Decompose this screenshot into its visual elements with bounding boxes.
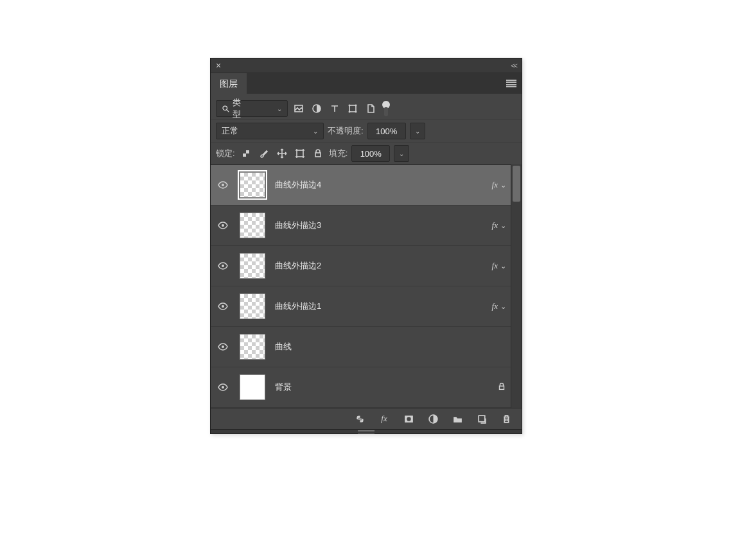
smartobject-filter-icon[interactable]	[364, 101, 378, 116]
svg-point-5	[349, 105, 351, 107]
brush-icon[interactable]	[257, 146, 271, 161]
svg-rect-28	[500, 386, 504, 389]
text-filter-icon[interactable]	[328, 101, 342, 116]
layer-row[interactable]: 曲线外描边4fx⌄	[211, 165, 522, 206]
opacity-dropdown-button[interactable]: ⌄	[410, 123, 425, 139]
fx-icon[interactable]: fx	[378, 412, 391, 425]
close-icon[interactable]: ×	[216, 61, 221, 70]
svg-line-1	[227, 110, 229, 112]
layer-thumbnail[interactable]	[240, 374, 265, 400]
svg-point-22	[222, 184, 224, 186]
scrollbar-thumb[interactable]	[513, 166, 520, 202]
svg-point-27	[222, 386, 224, 389]
lock-all-icon[interactable]	[311, 146, 325, 161]
scrollbar[interactable]	[511, 164, 522, 408]
filter-row-kind: 类型 ⌄	[211, 94, 522, 119]
blend-mode-select[interactable]: 正常 ⌄	[216, 123, 324, 139]
panel-footer: fx	[211, 408, 522, 429]
opacity-label: 不透明度:	[328, 125, 364, 137]
layer-row[interactable]: 背景	[211, 367, 522, 408]
svg-point-0	[223, 106, 227, 110]
lock-row: 锁定: 填充: 100% ⌄	[211, 142, 522, 164]
layers-list: 曲线外描边4fx⌄曲线外描边3fx⌄曲线外描边2fx⌄曲线外描边1fx⌄曲线背景	[211, 164, 522, 408]
lock-pixels-icon[interactable]	[239, 146, 253, 161]
move-icon[interactable]	[275, 146, 289, 161]
blend-mode-value: 正常	[222, 125, 238, 137]
layer-thumbnail[interactable]	[240, 334, 265, 360]
svg-rect-10	[243, 150, 246, 153]
search-icon	[222, 105, 230, 113]
svg-point-30	[407, 417, 410, 421]
fx-indicator: fx	[492, 180, 498, 190]
svg-point-7	[349, 111, 351, 113]
folder-icon[interactable]	[451, 412, 464, 425]
layer-thumbnail[interactable]	[240, 253, 265, 279]
tab-layers[interactable]: 图层	[211, 73, 247, 94]
svg-rect-11	[246, 153, 249, 157]
svg-rect-32	[479, 416, 485, 422]
chevron-down-icon[interactable]: ⌄	[500, 222, 506, 230]
collapse-icon[interactable]: <<	[511, 62, 516, 69]
chevron-down-icon: ⌄	[277, 105, 282, 112]
svg-point-23	[222, 224, 224, 227]
fx-indicator: fx	[492, 261, 498, 271]
layer-name[interactable]: 曲线外描边4	[270, 179, 492, 191]
panel-menu-icon[interactable]	[506, 80, 516, 87]
shape-filter-icon[interactable]	[346, 101, 360, 116]
layer-row[interactable]: 曲线外描边3fx⌄	[211, 206, 522, 246]
fill-input[interactable]: 100%	[351, 145, 390, 162]
link-icon[interactable]	[353, 412, 366, 425]
opacity-input[interactable]: 100%	[367, 123, 406, 139]
visibility-icon[interactable]	[216, 340, 230, 354]
panel-tabbar: 图层	[211, 73, 522, 94]
fx-indicator: fx	[492, 220, 498, 231]
visibility-icon[interactable]	[216, 380, 230, 394]
chevron-down-icon[interactable]: ⌄	[500, 262, 506, 270]
fx-indicator: fx	[492, 301, 498, 311]
layer-row[interactable]: 曲线	[211, 327, 522, 367]
resize-handle[interactable]	[211, 429, 522, 433]
layers-panel: × << 图层 类型 ⌄ 正常 ⌄ 不透明度: 100% ⌄ 锁定:	[210, 58, 522, 434]
adjustment-filter-icon[interactable]	[310, 101, 324, 116]
chevron-down-icon[interactable]: ⌄	[500, 181, 506, 189]
layer-row[interactable]: 曲线外描边1fx⌄	[211, 286, 522, 327]
lock-label: 锁定:	[216, 148, 235, 159]
layer-kind-select[interactable]: 类型 ⌄	[216, 100, 288, 117]
fill-label: 填充:	[329, 148, 348, 159]
chevron-down-icon: ⌄	[313, 128, 318, 135]
layer-name[interactable]: 曲线外描边2	[270, 260, 492, 272]
visibility-icon[interactable]	[216, 259, 230, 273]
svg-rect-12	[297, 150, 303, 157]
artboard-lock-icon[interactable]	[293, 146, 307, 161]
filter-toggle[interactable]	[382, 101, 391, 116]
svg-rect-21	[315, 153, 321, 157]
svg-rect-4	[349, 105, 356, 112]
svg-point-26	[222, 346, 224, 348]
layer-name[interactable]: 曲线外描边1	[270, 301, 492, 312]
mask-icon[interactable]	[402, 412, 415, 425]
panel-header: × <<	[211, 58, 522, 73]
layer-row[interactable]: 曲线外描边2fx⌄	[211, 246, 522, 286]
kind-label: 类型	[233, 97, 241, 120]
adjustment-icon[interactable]	[427, 412, 439, 425]
svg-point-25	[222, 305, 224, 308]
lock-icon	[497, 382, 506, 393]
fill-dropdown-button[interactable]: ⌄	[394, 145, 409, 162]
chevron-down-icon[interactable]: ⌄	[500, 302, 506, 311]
layer-name[interactable]: 曲线外描边3	[270, 220, 492, 231]
layer-thumbnail[interactable]	[240, 172, 265, 198]
visibility-icon[interactable]	[216, 299, 230, 313]
visibility-icon[interactable]	[216, 178, 230, 192]
svg-point-24	[222, 265, 224, 267]
trash-icon[interactable]	[500, 412, 513, 425]
svg-point-6	[355, 105, 357, 107]
layer-name[interactable]: 背景	[270, 381, 497, 393]
new-layer-icon[interactable]	[475, 412, 488, 425]
visibility-icon[interactable]	[216, 218, 230, 232]
layer-name[interactable]: 曲线	[270, 341, 506, 353]
svg-point-8	[355, 111, 357, 113]
layer-thumbnail[interactable]	[240, 293, 265, 319]
layer-thumbnail[interactable]	[240, 213, 265, 238]
blend-row: 正常 ⌄ 不透明度: 100% ⌄	[211, 119, 522, 142]
image-filter-icon[interactable]	[292, 101, 306, 116]
